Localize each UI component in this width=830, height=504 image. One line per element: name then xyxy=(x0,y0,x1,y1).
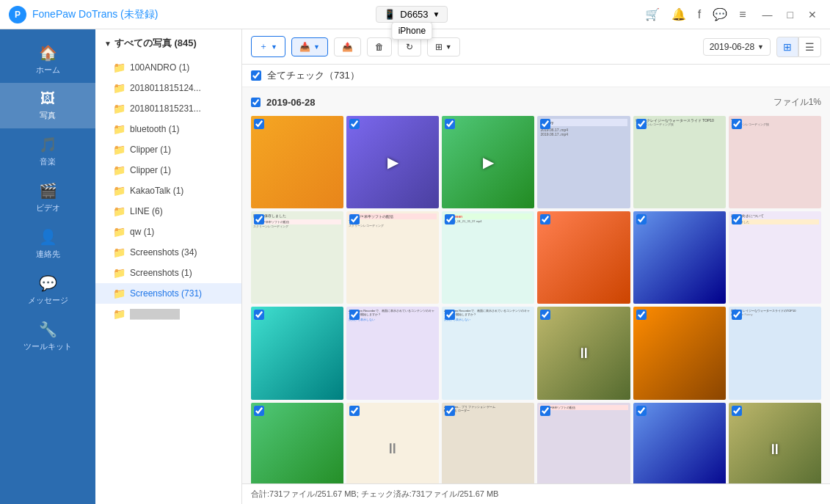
add-button[interactable]: ＋ ▼ xyxy=(251,36,285,57)
chat-icon[interactable]: 💬 xyxy=(713,7,727,21)
photo-item[interactable] xyxy=(633,211,726,304)
sidebar-item-home[interactable]: 🏠 ホーム xyxy=(0,37,95,83)
photos-icon: 🖼 xyxy=(40,90,55,107)
photo-item[interactable]: Gallery 2019.06.17..mp4 2019.06.17..mp4 xyxy=(537,116,630,208)
sidebar-item-contacts[interactable]: 👤 連絡先 xyxy=(0,221,95,267)
filetree-item-qw[interactable]: 📁 qw (1) xyxy=(95,222,241,242)
photo-check[interactable] xyxy=(732,119,742,131)
photo-item[interactable]: 画面の向きについて 了解しました xyxy=(729,211,821,304)
filetree-item-20180118a[interactable]: 📁 2018011815124... xyxy=(95,78,241,98)
filetree-item-kakaotalk[interactable]: 📁 KakaoTalk (1) xyxy=(95,180,241,201)
minimize-button[interactable]: — xyxy=(758,7,777,22)
main-layout: 🏠 ホーム 🖼 写真 🎵 音楽 🎬 ビデオ 👤 連絡先 💬 メッセージ 🔧 ツー… xyxy=(0,29,830,504)
window-controls: — □ ✕ xyxy=(758,7,821,22)
filetree-item-bluetooth[interactable]: 📁 bluetooth (1) xyxy=(95,119,241,139)
maximize-button[interactable]: □ xyxy=(783,7,798,22)
filetree-item-100andro[interactable]: 📁 100ANDRO (1) xyxy=(95,57,241,78)
photo-check[interactable] xyxy=(254,310,264,322)
photo-check[interactable] xyxy=(349,214,360,227)
photo-grid-row3: AZ Screen Recorderで、画面に表示されているコンテンツのキャプチ… xyxy=(251,307,821,399)
filetree-item-screenshots34[interactable]: 📁 Screenshots (34) xyxy=(95,242,241,263)
sidebar-item-music[interactable]: 🎵 音楽 xyxy=(0,128,95,175)
photo-item[interactable] xyxy=(633,403,726,483)
filetree-item-clipper1[interactable]: 📁 Clipper (1) xyxy=(95,139,241,160)
photo-item[interactable]: AZ Screen... プリ ファッション ゲーム 転送 通話 ローダー xyxy=(442,403,534,483)
filetree-item-20180118b[interactable]: 📁 2018011815231... xyxy=(95,98,241,119)
photo-item[interactable]: Xperia™米申ソフトの配信 xyxy=(537,403,630,483)
photo-item[interactable] xyxy=(537,211,630,304)
cart-icon[interactable]: 🛒 xyxy=(645,7,660,21)
photo-check[interactable] xyxy=(445,214,455,227)
photo-check[interactable] xyxy=(540,119,550,131)
photo-item[interactable]: 世界のクレイジーなウォータースライドのTOP10 Awesome Funny xyxy=(729,307,821,399)
facebook-icon[interactable]: f xyxy=(698,8,701,21)
photo-item[interactable]: TikTok スクリーンレコーディング技 xyxy=(729,116,821,208)
photo-item[interactable] xyxy=(251,403,343,483)
more-button[interactable]: ⊞ ▼ xyxy=(427,37,460,56)
photo-check[interactable] xyxy=(445,310,455,322)
photo-check[interactable] xyxy=(349,310,360,322)
photo-item[interactable]: AZ Screen Recorderで、画面に表示されているコンテンツのキャプチ… xyxy=(442,307,534,399)
photo-item[interactable]: ⏸ xyxy=(729,403,821,483)
select-all-checkbox[interactable] xyxy=(251,70,261,81)
grid-view-button[interactable]: ⊞ xyxy=(776,37,798,57)
photo-item[interactable]: 動画を保存しました Xperia™米申ソフトの配信 スクリーンレコーディング xyxy=(251,211,343,304)
photo-check[interactable] xyxy=(445,406,455,418)
photo-check[interactable] xyxy=(254,119,264,131)
photo-item[interactable] xyxy=(633,307,726,399)
photo-grid-row4: ⏸ AZ Screen... プリ ファッション ゲーム 転送 通話 ローダー … xyxy=(251,403,821,483)
photo-check[interactable] xyxy=(349,406,360,418)
photo-check[interactable] xyxy=(636,406,647,418)
photo-item[interactable]: ▶ xyxy=(346,116,439,208)
photo-check[interactable] xyxy=(732,406,742,418)
photo-item[interactable]: ⏸ xyxy=(537,307,630,399)
photo-item[interactable]: ▶ xyxy=(442,116,534,208)
photo-check[interactable] xyxy=(540,214,550,227)
filetree-item-screenshots731[interactable]: 📁 Screenshots (731) xyxy=(95,283,241,304)
export-button[interactable]: 📤 xyxy=(334,37,361,56)
photo-check[interactable] xyxy=(254,214,264,227)
sidebar-item-toolkit[interactable]: 🔧 ツールキット xyxy=(0,313,95,359)
device-selector[interactable]: 📱 D6653 ▼ iPhone xyxy=(376,6,448,23)
filetree-item-clipper2[interactable]: 📁 Clipper (1) xyxy=(95,160,241,180)
sidebar-item-photos-label: 写真 xyxy=(40,110,56,121)
filetree-item-blurred[interactable]: 📁 ████████ xyxy=(95,304,241,324)
date-filter[interactable]: 2019-06-28 ▼ xyxy=(703,38,771,56)
sidebar-item-toolkit-label: ツールキット xyxy=(23,341,72,352)
photo-check[interactable] xyxy=(636,119,647,131)
delete-button[interactable]: 🗑 xyxy=(367,37,392,56)
photo-item[interactable]: 世界のクレイジーなウォータースライド TOP10 スクリーンレコーディング技 xyxy=(633,116,726,208)
filetree-item-line[interactable]: 📁 LINE (6) xyxy=(95,201,241,222)
view-toggle: ⊞ ☰ xyxy=(776,37,821,57)
photo-check[interactable] xyxy=(636,310,647,322)
photo-check[interactable] xyxy=(349,119,360,131)
photo-check[interactable] xyxy=(540,310,550,322)
photo-check[interactable] xyxy=(732,214,742,227)
filetree-header: すべての写真 (845) xyxy=(95,29,241,57)
photo-item[interactable] xyxy=(251,116,343,208)
photo-check[interactable] xyxy=(254,406,264,418)
photo-item[interactable]: AZ Screen Recorderで、画面に表示されているコンテンツのキャプチ… xyxy=(346,307,439,399)
menu-icon[interactable]: ≡ xyxy=(739,8,746,21)
sidebar-item-home-label: ホーム xyxy=(36,65,60,76)
import-button[interactable]: 📥 ▼ xyxy=(291,37,328,56)
photo-check[interactable] xyxy=(540,406,550,418)
photo-check[interactable] xyxy=(445,119,455,131)
refresh-button[interactable]: ↻ xyxy=(398,37,421,56)
photo-item[interactable]: ⏸ xyxy=(346,403,439,483)
delete-icon: 🗑 xyxy=(375,42,384,52)
list-view-button[interactable]: ☰ xyxy=(798,37,821,57)
close-button[interactable]: ✕ xyxy=(804,7,821,22)
sidebar-item-photos[interactable]: 🖼 写真 xyxy=(0,83,95,128)
sidebar: 🏠 ホーム 🖼 写真 🎵 音楽 🎬 ビデオ 👤 連絡先 💬 メッセージ 🔧 ツー… xyxy=(0,29,95,504)
photo-item[interactable]: Xperia™米申ソフトの配信 TikTok スクリーンレコーディング xyxy=(346,211,439,304)
date-checkbox[interactable] xyxy=(251,98,261,107)
photo-item[interactable] xyxy=(251,307,343,399)
sidebar-item-messages[interactable]: 💬 メッセージ xyxy=(0,267,95,313)
photo-item[interactable]: AZ Screen 2019_06_04_21_35_07.mp4 xyxy=(442,211,534,304)
filetree-item-screenshots1[interactable]: 📁 Screenshots (1) xyxy=(95,263,241,283)
photo-check[interactable] xyxy=(732,310,742,322)
photo-check[interactable] xyxy=(636,214,647,227)
bell-icon[interactable]: 🔔 xyxy=(671,7,686,21)
sidebar-item-video[interactable]: 🎬 ビデオ xyxy=(0,175,95,221)
